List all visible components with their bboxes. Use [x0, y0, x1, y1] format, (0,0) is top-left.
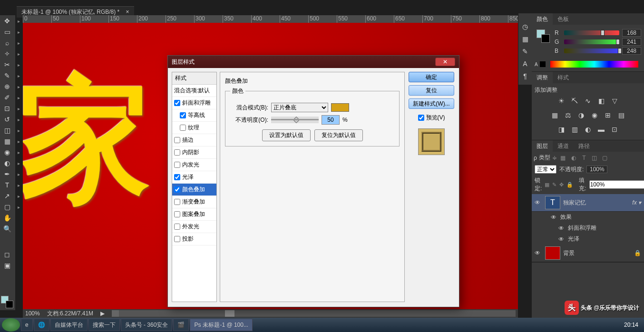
style-item-checkbox[interactable] — [174, 236, 180, 242]
opacity-input[interactable] — [322, 115, 340, 125]
eyedropper-tool-icon[interactable]: ✎ — [1, 70, 13, 81]
background-color-icon[interactable] — [6, 301, 13, 308]
adj-photo-icon[interactable]: ◉ — [590, 111, 599, 120]
gradient-tool-icon[interactable]: ▦ — [1, 136, 13, 146]
path-tool-icon[interactable]: ↗ — [1, 191, 13, 201]
layer-thumbnail[interactable]: T — [545, 196, 560, 209]
adj-invert-icon[interactable]: ◨ — [557, 126, 566, 134]
adj-bw-icon[interactable]: ◑ — [577, 111, 585, 120]
preview-checkbox[interactable] — [418, 115, 424, 121]
marquee-tool-icon[interactable]: ▭ — [1, 27, 13, 37]
para-panel-icon[interactable]: ¶ — [518, 72, 532, 85]
filter-smart-icon[interactable]: ▢ — [601, 155, 609, 161]
style-item-checkbox[interactable] — [180, 112, 186, 118]
color-slider[interactable] — [564, 30, 619, 35]
styles-header[interactable]: 样式 — [172, 72, 216, 85]
style-item[interactable]: 渐变叠加 — [172, 196, 216, 208]
stamp-tool-icon[interactable]: ⊡ — [1, 103, 13, 114]
visibility-icon[interactable]: 👁 — [535, 199, 542, 206]
pen-tool-icon[interactable]: ✒ — [1, 169, 13, 179]
adj-balance-icon[interactable]: ⚖ — [564, 111, 572, 120]
color-value-input[interactable] — [622, 47, 641, 55]
start-button[interactable] — [2, 318, 20, 332]
visibility-icon[interactable]: 👁 — [535, 250, 542, 256]
move-tool-icon[interactable]: ✥ — [1, 16, 13, 26]
taskbar-item[interactable]: 🎬 — [173, 319, 189, 331]
color-spectrum[interactable] — [550, 61, 638, 68]
blur-tool-icon[interactable]: ◉ — [1, 147, 13, 157]
brush-panel-icon[interactable]: ✎ — [518, 48, 532, 60]
style-item[interactable]: 投影 — [172, 233, 216, 245]
taskbar-item[interactable]: 搜索一下 — [88, 319, 120, 331]
style-item-checkbox[interactable] — [174, 100, 180, 106]
zoom-level[interactable]: 100% — [25, 310, 40, 317]
style-item-checkbox[interactable] — [174, 162, 180, 168]
style-item-checkbox[interactable] — [174, 199, 180, 205]
adj-exposure-icon[interactable]: ◧ — [597, 97, 605, 106]
style-item[interactable]: 光泽 — [172, 171, 216, 184]
panel-background-icon[interactable] — [541, 34, 550, 43]
layer-item[interactable]: 👁 背景 🔒 — [532, 244, 644, 262]
history-brush-tool-icon[interactable]: ↺ — [1, 114, 13, 125]
char-panel-icon[interactable]: A — [518, 60, 532, 72]
opacity-slider[interactable] — [271, 117, 319, 123]
screenmode-icon[interactable]: ▣ — [1, 260, 13, 271]
adj-levels-icon[interactable]: ⛏ — [570, 97, 579, 106]
brush-tool-icon[interactable]: ✐ — [1, 92, 13, 103]
style-item[interactable]: 内阴影 — [172, 146, 216, 159]
adj-select-icon[interactable]: ⊡ — [610, 126, 619, 134]
taskbar-item[interactable]: 自媒体平台 — [50, 319, 88, 331]
visibility-icon[interactable]: 👁 — [558, 236, 565, 243]
style-item-checkbox[interactable] — [174, 224, 180, 230]
style-item-checkbox[interactable] — [174, 174, 180, 180]
filter-type-icon[interactable]: T — [580, 155, 588, 161]
effect-name[interactable]: 光泽 — [568, 235, 579, 243]
horizontal-scrollbar[interactable] — [112, 310, 516, 317]
style-item-checkbox[interactable] — [174, 137, 180, 143]
style-item[interactable]: 等高线 — [172, 109, 216, 122]
tab-layers[interactable]: 图层 — [532, 140, 553, 152]
color-value-input[interactable] — [622, 29, 641, 37]
tab-channels[interactable]: 通道 — [553, 140, 574, 152]
taskbar-item[interactable]: 🌐 — [34, 319, 49, 331]
color-slider[interactable] — [564, 39, 619, 44]
visibility-icon[interactable]: 👁 — [558, 225, 565, 232]
blending-options-item[interactable]: 混合选项:默认 — [172, 85, 216, 97]
new-style-button[interactable]: 新建样式(W)... — [409, 98, 454, 109]
lock-move-icon[interactable]: ✥ — [559, 182, 564, 188]
lasso-tool-icon[interactable]: ⌕ — [1, 38, 13, 48]
filter-type-label[interactable]: 类型 — [539, 154, 550, 162]
layer-name[interactable]: 独家记忆 — [563, 199, 629, 207]
adj-brightness-icon[interactable]: ☀ — [557, 97, 566, 106]
color-switcher[interactable] — [1, 296, 13, 308]
panel-color-switcher[interactable] — [537, 29, 550, 43]
style-item-checkbox[interactable] — [174, 211, 180, 217]
cancel-button[interactable]: 复位 — [409, 85, 454, 96]
style-item[interactable]: 纹理 — [172, 122, 216, 134]
dialog-close-button[interactable]: ✕ — [435, 58, 455, 66]
tab-adjust[interactable]: 调整 — [532, 72, 553, 83]
layer-opacity-input[interactable] — [586, 166, 607, 173]
style-item[interactable]: 颜色叠加 — [172, 184, 216, 196]
info-arrow-icon[interactable]: ▶ — [100, 310, 105, 317]
layer-thumbnail[interactable] — [545, 246, 560, 260]
history-panel-icon[interactable]: ◷ — [518, 23, 532, 35]
zoom-tool-icon[interactable]: 🔍 — [1, 224, 13, 234]
close-tab-icon[interactable]: × — [126, 9, 129, 15]
adj-curves-icon[interactable]: ∿ — [584, 97, 592, 106]
taskbar-item[interactable]: e — [21, 319, 33, 331]
style-item-checkbox[interactable] — [174, 186, 180, 193]
color-swatch[interactable] — [331, 103, 349, 112]
adj-hue-icon[interactable]: ▦ — [550, 111, 559, 120]
taskbar-item[interactable]: 头条号 - 360安全 — [121, 319, 173, 331]
adj-poster-icon[interactable]: ▥ — [570, 126, 579, 134]
adj-threshold-icon[interactable]: ◐ — [584, 126, 592, 134]
taskbar-clock[interactable]: 20:14 — [620, 322, 642, 328]
filter-pixel-icon[interactable]: ▦ — [559, 155, 567, 161]
fx-badge[interactable]: fx ▾ — [632, 199, 641, 206]
style-item[interactable]: 描边 — [172, 134, 216, 146]
adj-vibrance-icon[interactable]: ▽ — [610, 97, 619, 106]
layer-fill-input[interactable] — [589, 180, 644, 189]
crop-tool-icon[interactable]: ✂ — [1, 59, 13, 70]
preview-checkbox-label[interactable]: 预览(V) — [418, 114, 445, 122]
